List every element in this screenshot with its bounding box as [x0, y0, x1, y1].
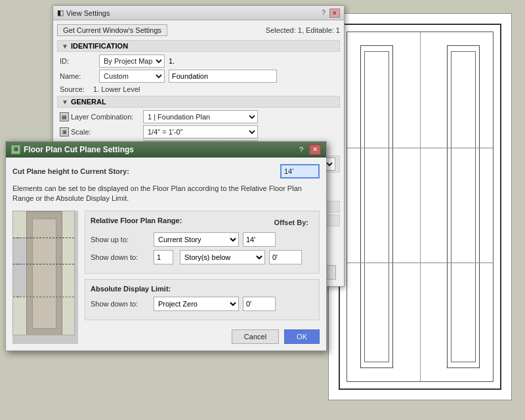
name-dropdown[interactable]: Custom [99, 70, 165, 83]
name-row: Name: Custom [57, 70, 340, 83]
layer-label: Layer Combination: [71, 113, 143, 121]
show-up-label: Show up to: [91, 236, 150, 243]
help-icon[interactable]: ? [322, 9, 326, 18]
show-down-row: Show down to: Story(s) below [91, 250, 314, 264]
cut-plane-description: Elements can be set to be displayed on t… [12, 184, 320, 204]
absolute-dropdown[interactable]: Project Zero [154, 297, 239, 311]
view-settings-titlebar: ◧ View Settings ? ✕ [53, 6, 344, 20]
source-row: Source: 1. Lower Level [57, 85, 340, 94]
scale-label: Scale: [71, 128, 143, 136]
close-button[interactable]: ✕ [329, 9, 340, 18]
scale-icon: ⊞ [60, 127, 69, 136]
relative-section: Relative Floor Plan Range: Offset By: Sh… [85, 211, 320, 274]
view-settings-icon: ◧ [57, 9, 64, 17]
layer-icon: ▤ [60, 112, 69, 121]
absolute-show-down-label: Show down to: [91, 300, 150, 308]
top-bar: Get Current Window's Settings Selected: … [57, 24, 340, 36]
general-header: ▼ GENERAL [57, 96, 340, 108]
window-controls: ? ✕ [322, 9, 340, 18]
cut-plane-ok-button[interactable]: OK [284, 329, 320, 344]
absolute-offset-input[interactable] [243, 297, 276, 311]
relative-header: Relative Floor Plan Range: [91, 217, 182, 224]
cut-plane-titlebar: ⊞ Floor Plan Cut Plane Settings ? ✕ [6, 142, 326, 158]
id-dropdown[interactable]: By Project Map [99, 54, 165, 68]
dialog-with-illustration: → → → Relative Floor Plan Range: Offset … [12, 211, 320, 344]
identification-header: ▼ IDENTIFICATION [57, 40, 340, 52]
floor-plan-sketch: → → → [12, 211, 78, 344]
show-up-row: Show up to: Current Story [91, 232, 314, 247]
absolute-section: Absolute Display Limit: Show down to: Pr… [85, 279, 320, 320]
identification-arrow: ▼ [62, 43, 68, 50]
cut-plane-cancel-button[interactable]: Cancel [232, 329, 279, 344]
absolute-show-down-row: Show down to: Project Zero [91, 297, 314, 311]
show-down-num-input[interactable] [154, 250, 173, 264]
name-input[interactable] [169, 70, 277, 83]
layer-row: ▤ Layer Combination: 1 | Foundation Plan [57, 110, 340, 123]
scale-dropdown[interactable]: 1/4" = 1'-0" [143, 125, 258, 138]
cut-plane-input[interactable] [280, 164, 320, 178]
name-label: Name: [60, 72, 99, 80]
get-current-window-button[interactable]: Get Current Window's Settings [57, 24, 167, 36]
cut-plane-title: Floor Plan Cut Plane Settings [24, 145, 134, 154]
source-value: 1. Lower Level [93, 85, 140, 93]
absolute-header: Absolute Display Limit: [91, 285, 171, 293]
cut-plane-footer: Cancel OK [85, 327, 320, 344]
source-label: Source: [60, 85, 85, 93]
show-down-offset-input[interactable] [269, 250, 302, 264]
view-settings-title: View Settings [66, 9, 110, 17]
cut-plane-height-label: Cut Plane height to Current Story: [12, 167, 280, 175]
show-down-dropdown[interactable]: Story(s) below [180, 250, 265, 264]
cad-drawing [328, 13, 512, 400]
cut-plane-close-button[interactable]: ✕ [309, 144, 321, 155]
dialog-help-icon[interactable]: ? [299, 146, 303, 154]
id-value: 1. [169, 57, 175, 65]
cut-plane-icon: ⊞ [11, 145, 20, 154]
selected-info: Selected: 1, Editable: 1 [266, 26, 340, 34]
layer-dropdown[interactable]: 1 | Foundation Plan [143, 110, 258, 123]
offset-by-header: Offset By: [274, 219, 308, 226]
scale-row: ⊞ Scale: 1/4" = 1'-0" [57, 125, 340, 138]
cut-plane-height-row: Cut Plane height to Current Story: [12, 164, 320, 178]
show-down-label: Show down to: [91, 253, 150, 261]
show-up-dropdown[interactable]: Current Story [154, 232, 239, 247]
id-label: ID: [60, 57, 99, 65]
id-row: ID: By Project Map 1. [57, 54, 340, 68]
show-up-offset-input[interactable] [243, 232, 276, 247]
cut-plane-dialog: ⊞ Floor Plan Cut Plane Settings ? ✕ Cut … [5, 141, 327, 351]
dialog-main-content: Relative Floor Plan Range: Offset By: Sh… [85, 211, 320, 344]
general-arrow: ▼ [62, 98, 68, 106]
